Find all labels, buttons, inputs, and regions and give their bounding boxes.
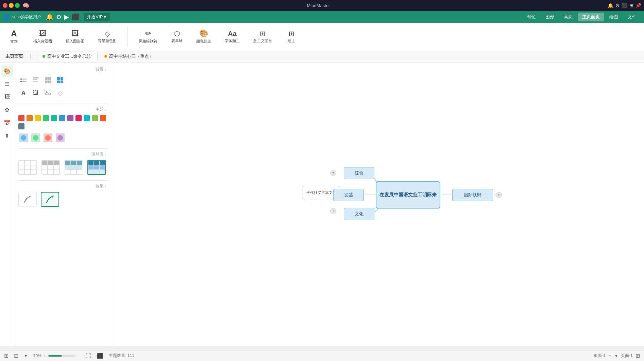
toolbar-shape-btn[interactable]: 🖼 插入图形图: [63, 27, 87, 46]
toolbar-layout-btn[interactable]: ⊞ 意主义宝自: [251, 28, 275, 46]
toolbar-theme-btn[interactable]: 🎨 颜色颜主: [193, 27, 214, 46]
menu-item-file[interactable]: 帮忙: [523, 13, 540, 21]
color-dot-11[interactable]: [100, 115, 106, 121]
color-dot-10[interactable]: [92, 115, 98, 121]
divider-3: [18, 180, 108, 181]
menu-item-format[interactable]: 主页面页: [578, 13, 604, 21]
page-dropdown-btn[interactable]: ▼: [614, 354, 618, 358]
color-dot-5[interactable]: [51, 115, 57, 121]
close-button[interactable]: [3, 3, 7, 8]
status-page-btn[interactable]: ⬛: [97, 353, 103, 359]
toolbar-wind-btn[interactable]: ✏ 风格绘制符: [136, 27, 160, 46]
svg-rect-2: [20, 81, 22, 82]
page-layout-btn[interactable]: ⊞: [635, 353, 640, 359]
node-top[interactable]: 综合: [344, 167, 374, 179]
title-icon-4[interactable]: ⊞: [629, 3, 633, 8]
table-style-4[interactable]: [87, 160, 106, 175]
svg-rect-3: [23, 78, 27, 78]
color-dot-2[interactable]: [27, 115, 33, 121]
color-dot-8[interactable]: [75, 115, 82, 121]
list-btn[interactable]: ☰: [1, 78, 13, 90]
tab-label-1: 高中文业工...命令只总↑: [47, 53, 93, 59]
node-plus-right[interactable]: +: [496, 192, 502, 198]
maximize-button[interactable]: [15, 3, 20, 8]
tab-item-2[interactable]: 高中主结心三（重点）: [100, 52, 157, 61]
text-style-A[interactable]: A: [18, 88, 29, 98]
menu-item-tools[interactable]: 绘图: [605, 13, 622, 21]
menu-icon-4[interactable]: ⬛: [72, 13, 79, 21]
toolbar-font-btn[interactable]: Aa 字体颜主: [222, 28, 242, 46]
flower-btn[interactable]: ✿: [1, 104, 13, 115]
color-dot-9[interactable]: [84, 115, 90, 121]
image-panel-btn[interactable]: 🖼: [1, 91, 13, 103]
zoom-slider[interactable]: [48, 355, 75, 357]
svg-rect-4: [23, 79, 27, 80]
effect-title: 效果：: [18, 183, 108, 189]
upload-btn[interactable]: ⬆: [1, 130, 13, 141]
minimize-button[interactable]: [9, 3, 14, 8]
title-icon-2[interactable]: ⊙: [615, 3, 620, 8]
status-expand-btn[interactable]: ⊞: [4, 353, 9, 359]
svg-rect-5: [23, 81, 27, 82]
vip-label[interactable]: 开通VIP▼: [84, 13, 110, 21]
zoom-minus[interactable]: −: [78, 353, 80, 359]
toolbar-form-btn[interactable]: ⬡ 表单球: [168, 28, 185, 46]
menu-item-view[interactable]: 高亮: [560, 13, 577, 21]
svg-point-22: [33, 135, 38, 141]
grid-style-2[interactable]: [55, 75, 65, 85]
menu-item-edit[interactable]: 图形: [541, 13, 558, 21]
effect-1[interactable]: [18, 192, 37, 207]
image-style-2[interactable]: [43, 88, 53, 98]
menu-icon-1[interactable]: 🔔: [46, 13, 53, 21]
toolbar-extra-btn[interactable]: ⊞ 意主: [283, 28, 300, 46]
node-central[interactable]: 在发展中国语文业工明际来: [376, 181, 440, 209]
toolbar-text-btn[interactable]: A 文本: [5, 27, 22, 46]
floating-node-text: 平代社义主本文来: [306, 190, 336, 195]
theme-pattern-3[interactable]: [43, 133, 53, 143]
zoom-plus[interactable]: +: [44, 353, 46, 359]
title-icon-5[interactable]: 📌: [635, 3, 641, 8]
color-dot-4[interactable]: [43, 115, 49, 121]
status-fullscreen-btn[interactable]: ⛶: [86, 353, 91, 359]
page-add-btn[interactable]: +: [608, 353, 611, 359]
theme-title: 主题：: [18, 107, 108, 112]
paint-btn[interactable]: 🎨: [1, 65, 13, 77]
diamond-style[interactable]: ◇: [55, 88, 65, 98]
theme-pattern-1[interactable]: [18, 133, 29, 143]
tab-item-1[interactable]: 高中文业工...命令只总↑: [38, 52, 97, 61]
grid-style-1[interactable]: [43, 75, 53, 85]
color-dot-3[interactable]: [35, 115, 41, 121]
h-scrollbar[interactable]: [0, 346, 644, 350]
title-icon-1[interactable]: 🔔: [608, 3, 613, 8]
table-style-2[interactable]: [41, 160, 60, 175]
node-left[interactable]: 发茎: [333, 189, 364, 201]
text-icon: A: [11, 29, 17, 38]
effect-2[interactable]: [41, 192, 59, 207]
node-bottom[interactable]: 文化: [344, 208, 374, 220]
node-plus-top[interactable]: +: [330, 170, 336, 176]
menu-icon-3[interactable]: ▶: [64, 13, 69, 21]
menu-item-help[interactable]: 文件: [624, 13, 641, 21]
list-style-1[interactable]: [18, 75, 29, 85]
font-label: 字体颜主: [225, 38, 240, 43]
color-dot-1[interactable]: [18, 115, 24, 121]
status-arrow-down[interactable]: ▼: [24, 354, 28, 358]
toolbar-bg-color-btn[interactable]: ◇ 背景颜色图: [95, 28, 119, 46]
canvas-area[interactable]: 平代社义主本文来 + 综合 发茎 + 文化 在发展中国语文业工明际来: [112, 62, 644, 346]
theme-pattern-4[interactable]: [55, 133, 65, 143]
theme-pattern-2[interactable]: [31, 133, 41, 143]
node-right[interactable]: 国际视野: [452, 189, 493, 201]
color-dot-12[interactable]: [18, 123, 24, 129]
table-style-3[interactable]: [65, 160, 83, 175]
menu-icon-2[interactable]: ⚙: [56, 13, 62, 21]
list-style-2[interactable]: [31, 75, 41, 85]
color-dot-6[interactable]: [59, 115, 65, 121]
image-style[interactable]: 🖼: [31, 88, 41, 98]
toolbar-bg-image-btn[interactable]: 🖼 插入背景图: [31, 27, 55, 46]
title-icon-3[interactable]: ⬛: [622, 3, 627, 8]
color-dot-7[interactable]: [67, 115, 73, 121]
node-plus-bottom[interactable]: +: [330, 208, 336, 214]
table-style-1[interactable]: [18, 160, 37, 175]
calendar-btn[interactable]: 📅: [1, 117, 13, 128]
status-fit-btn[interactable]: ⊡: [14, 353, 18, 359]
